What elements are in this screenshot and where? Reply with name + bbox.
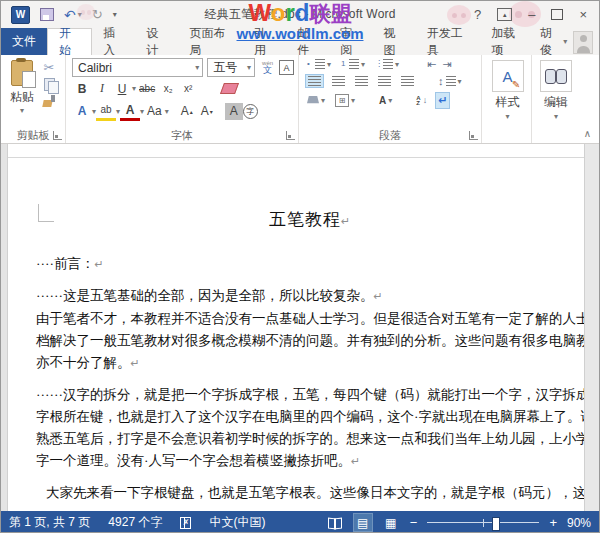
restore-button[interactable]	[551, 9, 563, 20]
tab-review[interactable]: 审阅	[329, 28, 372, 55]
zoom-percent[interactable]: 90%	[567, 516, 591, 530]
format-painter-icon[interactable]	[43, 95, 55, 107]
tab-developer[interactable]: 开发工具	[416, 28, 480, 55]
tab-design[interactable]: 设计	[135, 28, 178, 55]
font-name-value: Calibri	[78, 61, 112, 75]
align-right-button[interactable]	[353, 75, 370, 87]
sort-button[interactable]: AZ↓	[414, 95, 429, 107]
editing-button[interactable]: 编辑 ▾	[538, 58, 574, 127]
tab-home[interactable]: 开始	[47, 28, 92, 55]
clipboard-dialog-launcher[interactable]	[53, 131, 62, 140]
doc-line: 熟悉五笔后，打字是不会意识着初学时候的拆字的。想来这一点和我们当年上幼儿园，上小…	[36, 428, 584, 450]
close-button[interactable]: ×	[579, 8, 587, 21]
shrink-font-button[interactable]: A▾	[197, 103, 217, 120]
character-border-icon[interactable]: A	[279, 60, 294, 75]
superscript-button[interactable]: x²	[178, 80, 198, 97]
text-effects-button[interactable]: A	[72, 103, 92, 120]
line-spacing-button[interactable]: ↕▾	[436, 75, 464, 88]
doc-line: 档解决了一般五笔教材对很多概念模糊不清的问题。并有独到的分析。这些问题有很多电脑…	[36, 330, 584, 352]
grow-font-button[interactable]: A▴	[177, 103, 197, 120]
zoom-in-button[interactable]: +	[549, 516, 557, 529]
phonetic-guide-icon[interactable]: wén文	[262, 60, 273, 75]
borders-button[interactable]: ⊞▾	[333, 93, 357, 108]
paste-button[interactable]: 粘贴 ▾	[7, 58, 37, 127]
underline-button[interactable]: U	[112, 80, 132, 97]
font-name-combo[interactable]: Calibri▾	[72, 58, 203, 77]
tab-file[interactable]: 文件	[1, 28, 47, 55]
font-size-combo[interactable]: 五号▾	[207, 58, 255, 77]
numbering-button[interactable]: 1▾	[339, 58, 367, 70]
page-top-edge	[8, 144, 584, 158]
tab-page-layout[interactable]: 页面布局	[179, 28, 243, 55]
tab-references[interactable]: 引用	[243, 28, 286, 55]
italic-button[interactable]: I	[92, 80, 112, 97]
user-name: 胡俊	[540, 25, 560, 59]
proofing-icon[interactable]: ✗	[180, 517, 191, 529]
signed-in-user[interactable]: 胡俊▾	[536, 28, 571, 55]
doc-line: ······汉字的拆分，就是把一个字拆成字根，五笔，每四个键（码）就能打出一个字…	[36, 384, 584, 406]
page-indicator[interactable]: 第 1 页, 共 7 页	[9, 514, 90, 531]
document-text: 五笔教程↵ ····前言：↵ ······这是五笔基础的全部，因为是全部，所以比…	[8, 208, 584, 504]
tab-addins[interactable]: 加载项	[480, 28, 534, 55]
bold-button[interactable]: B	[72, 80, 92, 97]
minimize-button[interactable]: –	[528, 8, 535, 21]
save-icon[interactable]	[40, 8, 54, 21]
left-gutter	[1, 144, 8, 511]
justify-button[interactable]	[376, 75, 393, 87]
shading-button[interactable]: ▾	[305, 95, 327, 106]
change-case-button[interactable]: Aa	[144, 103, 165, 120]
bullets-button[interactable]: •▾	[305, 58, 333, 70]
tab-mailings[interactable]: 邮件	[286, 28, 329, 55]
tab-view[interactable]: 视图	[373, 28, 416, 55]
paste-label: 粘贴	[10, 89, 34, 106]
paragraph-group-label: 段落	[379, 128, 401, 143]
help-button[interactable]: ?	[474, 8, 481, 21]
zoom-slider-thumb[interactable]	[492, 517, 500, 531]
copy-icon[interactable]	[44, 78, 55, 91]
cut-icon[interactable]: ✂	[44, 61, 55, 74]
group-paragraph: •▾ 1▾ ⋮▾ ⇤ ⇥ ↕▾ ▾	[299, 55, 482, 143]
zoom-out-button[interactable]: −	[410, 516, 418, 529]
zoom-slider[interactable]	[427, 516, 539, 530]
paragraph-dialog-launcher[interactable]	[469, 131, 478, 140]
collapse-ribbon-icon[interactable]: ∧	[584, 128, 591, 139]
document-page[interactable]: 五笔教程↵ ····前言：↵ ······这是五笔基础的全部，因为是全部，所以比…	[8, 144, 584, 511]
align-left-button[interactable]	[305, 74, 324, 88]
group-clipboard: 粘贴 ▾ ✂ 剪贴板	[1, 55, 66, 143]
web-layout-icon[interactable]: ▦	[382, 514, 400, 531]
font-size-value: 五号	[213, 59, 237, 76]
font-dialog-launcher[interactable]	[286, 131, 295, 140]
margin-crop-mark	[38, 204, 54, 222]
font-color-button[interactable]: A	[120, 101, 140, 121]
doc-line: 亦不十分了解。↵	[36, 352, 584, 375]
word-window: Word联盟 www.wordlm.com 经典五笔教程.doc - Micro…	[0, 0, 600, 533]
character-shading-button[interactable]: A	[225, 103, 243, 120]
print-layout-icon[interactable]: ▤	[354, 514, 372, 531]
doc-line: 由于笔者不才，本教程并不适合没有一点基础人士学习。但是很适合对五笔有一定了解的人…	[36, 308, 584, 330]
highlight-color-button[interactable]: ab	[96, 101, 116, 121]
clear-formatting-icon[interactable]	[220, 83, 239, 94]
language-indicator[interactable]: 中文(中国)	[209, 514, 265, 531]
ribbon-display-options-button[interactable]: ▴	[497, 8, 512, 21]
decrease-indent-icon[interactable]: ⇤	[427, 59, 436, 70]
show-hide-marks-button[interactable]: ↵	[435, 92, 450, 109]
read-mode-icon[interactable]	[326, 514, 344, 531]
strikethrough-button[interactable]: abc	[136, 80, 158, 97]
asian-layout-button[interactable]: A▾	[377, 94, 394, 107]
multilevel-list-button[interactable]: ⋮▾	[373, 58, 401, 70]
increase-indent-icon[interactable]: ⇥	[442, 59, 451, 70]
group-font: Calibri▾ 五号▾ wén文 A B I U▾ abc x₂ x² A▾ …	[66, 55, 299, 143]
word-count[interactable]: 4927 个字	[108, 514, 162, 531]
styles-button[interactable]: A✎ 样式 ▾	[488, 58, 527, 127]
clipboard-group-label: 剪贴板	[17, 128, 50, 143]
user-avatar[interactable]	[573, 31, 593, 54]
doc-title: 五笔教程↵	[36, 208, 584, 231]
tab-insert[interactable]: 插入	[92, 28, 135, 55]
distribute-button[interactable]	[399, 75, 416, 87]
doc-line: ····前言：↵	[36, 253, 584, 276]
doc-line: 字一个道理。没有·人写一个字会想着横竖撇捺折吧。↵	[36, 450, 584, 473]
align-center-button[interactable]	[330, 75, 347, 87]
doc-line: 大家先来看一下字根键盘，也就是五笔字根表。这些像日本文字的，就是字根（码元），这…	[36, 482, 584, 504]
subscript-button[interactable]: x₂	[158, 80, 178, 97]
enclose-character-button[interactable]: 字	[243, 104, 258, 119]
